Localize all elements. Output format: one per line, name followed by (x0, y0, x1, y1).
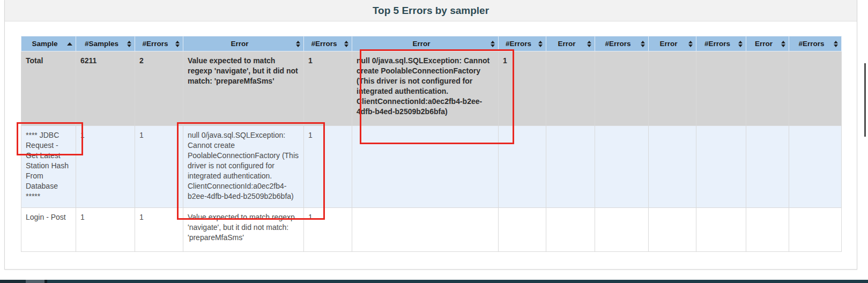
column-header-error-5[interactable]: Error (746, 36, 789, 51)
cell-errors-count (789, 208, 842, 252)
sort-icon (175, 41, 180, 47)
cell-error-text: Value expected to match regexp 'navigate… (183, 208, 304, 252)
cell-error-text (746, 51, 789, 126)
cell-sample: **** JDBC Request - Get Latest Station H… (21, 126, 76, 208)
column-header-error-4[interactable]: Error (649, 36, 696, 51)
column-header-errors-3[interactable]: #Errors (499, 36, 546, 51)
column-label: Error (412, 40, 430, 48)
page-title: Top 5 Errors by sampler (373, 5, 489, 17)
cell-error-text (649, 51, 696, 126)
cell-error-text (746, 208, 789, 252)
sort-icon (688, 41, 693, 47)
cell-errors-count: 2 (135, 51, 183, 126)
cell-error-text (352, 208, 499, 252)
cell-error-text: null 0/java.sql.SQLException: Cannot cre… (352, 51, 499, 126)
vertical-scrollbar-thumb[interactable] (864, 63, 866, 137)
column-header-error-1[interactable]: Error (183, 36, 304, 51)
column-header-errors-2[interactable]: #Errors (304, 36, 352, 51)
column-header-errors-4[interactable]: #Errors (595, 36, 649, 51)
cell-errors-count: 1 (304, 126, 352, 208)
column-header-error-3[interactable]: Error (546, 36, 595, 51)
column-label: #Errors (798, 40, 824, 48)
cell-errors-count (499, 126, 546, 208)
sort-icon (296, 41, 300, 47)
column-header-errors-1[interactable]: #Errors (135, 36, 183, 51)
panel-body: Sample #Samples #Errors Error (5, 21, 857, 252)
column-header-error-2[interactable]: Error (352, 36, 499, 51)
sort-icon (738, 41, 743, 47)
column-header-errors-5[interactable]: #Errors (696, 36, 746, 51)
cell-errors-count: 1 (135, 126, 183, 208)
cell-errors-count (696, 126, 746, 208)
cell-sample: Login - Post (21, 208, 76, 252)
sort-icon (344, 41, 348, 47)
column-label: #Errors (605, 40, 630, 48)
cell-errors-count (595, 126, 649, 208)
cell-error-text (546, 208, 595, 252)
bottom-bar-left-segment (0, 280, 26, 283)
cell-errors-count (595, 208, 649, 252)
cell-error-text (746, 126, 789, 208)
sort-icon (781, 41, 785, 47)
cell-errors-count (789, 126, 842, 208)
column-label: #Errors (704, 40, 730, 48)
cell-errors-count (789, 51, 842, 126)
column-label: #Errors (506, 40, 531, 48)
horizontal-scrollbar-thumb[interactable] (26, 280, 44, 283)
cell-errors-count: 1 (499, 51, 546, 126)
cell-error-text (546, 51, 595, 126)
column-label: Error (558, 40, 575, 48)
cell-errors-count: 1 (304, 208, 352, 252)
cell-errors-count: 1 (304, 51, 352, 126)
bottom-bar (0, 280, 868, 283)
cell-errors-count (696, 208, 746, 252)
cell-error-text: Value expected to match regexp 'navigate… (183, 51, 304, 126)
column-label: Sample (32, 40, 57, 48)
cell-error-text (649, 208, 696, 252)
column-label: #Samples (85, 40, 118, 48)
sort-icon (491, 41, 495, 47)
bottom-bar-notch (44, 280, 47, 283)
table-row-login-post: Login - Post 1 1 Value expected to match… (21, 208, 842, 252)
sort-icon (127, 41, 131, 47)
cell-samples-count: 1 (76, 126, 135, 208)
cell-error-text (546, 126, 595, 208)
cell-sample: Total (21, 51, 76, 126)
header-row: Sample #Samples #Errors Error (21, 36, 842, 51)
table-row-total: Total 6211 2 Value expected to match reg… (21, 51, 842, 126)
cell-errors-count (499, 208, 546, 252)
top5-errors-table: Sample #Samples #Errors Error (21, 36, 842, 252)
sort-icon (834, 41, 838, 47)
sort-icon (538, 41, 543, 47)
table-body: Total 6211 2 Value expected to match reg… (21, 51, 842, 252)
cell-errors-count: 1 (135, 208, 183, 252)
column-header-samples[interactable]: #Samples (76, 36, 135, 51)
column-header-sample[interactable]: Sample (21, 36, 76, 51)
cell-error-text: null 0/java.sql.SQLException: Cannot cre… (183, 126, 304, 208)
cell-error-text (649, 126, 696, 208)
panel-heading: Top 5 Errors by sampler (5, 0, 857, 21)
sort-icon (587, 41, 591, 47)
column-label: Error (231, 40, 248, 48)
column-label: Error (659, 40, 677, 48)
sort-ascending-icon (67, 42, 72, 46)
cell-samples-count: 1 (76, 208, 135, 252)
cell-errors-count (696, 51, 746, 126)
cell-errors-count (595, 51, 649, 126)
column-header-errors-6[interactable]: #Errors (789, 36, 842, 51)
cell-samples-count: 6211 (76, 51, 135, 126)
column-label: #Errors (142, 40, 168, 48)
column-label: Error (755, 40, 773, 48)
top5-errors-panel: Top 5 Errors by sampler Sample #Samples (4, 0, 857, 270)
column-label: #Errors (311, 40, 337, 48)
table-row-jdbc-request: **** JDBC Request - Get Latest Station H… (21, 126, 842, 208)
sort-icon (641, 41, 645, 47)
cell-error-text (352, 126, 499, 208)
table-header: Sample #Samples #Errors Error (21, 36, 842, 51)
